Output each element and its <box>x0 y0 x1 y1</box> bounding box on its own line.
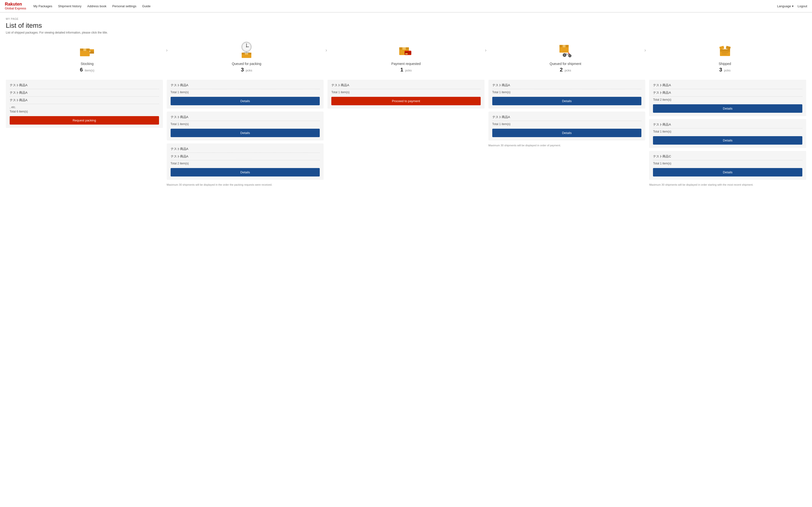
stocking-label: Stocking <box>81 62 94 66</box>
shipped-card-1: テスト商品A テスト商品A Total 2 item(s) Details <box>649 80 806 116</box>
svg-rect-21 <box>405 53 408 54</box>
column-shipped: テスト商品A テスト商品A Total 2 item(s) Details テス… <box>649 80 806 187</box>
shipment-1-details-button[interactable]: Details <box>492 97 642 105</box>
shipped-count-row: 3 pcks <box>719 67 730 73</box>
header: Rakuten Global Express My Packages Shipm… <box>0 0 812 12</box>
shipment-1-name: テスト商品A <box>492 83 642 89</box>
nav-personal-settings[interactable]: Personal settings <box>112 4 137 8</box>
proceed-to-payment-button[interactable]: Proceed to payment <box>331 97 481 105</box>
page-title: List of items <box>6 22 806 30</box>
column-queued-shipment: テスト商品A Total 1 item(s) Details テスト商品A To… <box>489 80 646 148</box>
language-label: Language <box>777 4 791 8</box>
stocking-count: 6 <box>80 67 83 73</box>
column-payment-requested: テスト商品A Total 1 item(s) Proceed to paymen… <box>327 80 485 112</box>
packing-footnote: Maximum 30 shipments will be displayed i… <box>167 183 324 187</box>
nav-shipment-history[interactable]: Shipment history <box>58 4 82 8</box>
stocking-etc: , etc. <box>10 106 159 109</box>
arrow-2: › <box>325 40 327 53</box>
nav-address-book[interactable]: Address book <box>87 4 107 8</box>
packing-2-details-button[interactable]: Details <box>170 129 320 137</box>
shipment-2-total: Total 1 item(s) <box>492 122 642 126</box>
svg-rect-5 <box>90 52 94 54</box>
logo-rakuten: Rakuten <box>5 2 26 7</box>
package-columns: テスト商品A テスト商品A テスト商品A , etc. Total 6 item… <box>6 80 806 187</box>
logo[interactable]: Rakuten Global Express <box>5 2 26 10</box>
stocking-card: テスト商品A テスト商品A テスト商品A , etc. Total 6 item… <box>6 80 163 128</box>
shipment-card-2: テスト商品A Total 1 item(s) Details <box>489 112 646 140</box>
stocking-item-1: テスト商品A <box>10 83 159 89</box>
svg-rect-32 <box>720 49 730 52</box>
packing-2-name: テスト商品A <box>170 115 320 121</box>
main-nav: My Packages Shipment history Address boo… <box>33 4 151 8</box>
shipped-unit: pcks <box>724 68 730 72</box>
shipped-icon <box>715 40 734 59</box>
arrow-3: › <box>485 40 487 53</box>
page-description: List of shipped packages. For viewing de… <box>6 31 806 34</box>
shipped-2-name: テスト商品A <box>653 122 802 128</box>
header-left: Rakuten Global Express My Packages Shipm… <box>5 2 151 10</box>
queued-shipment-label: Queued for shipment <box>550 62 581 66</box>
queued-packing-count: 3 <box>241 67 244 73</box>
shipment-2-details-button[interactable]: Details <box>492 129 642 137</box>
shipped-1-details-button[interactable]: Details <box>653 104 802 113</box>
packing-3-details-button[interactable]: Details <box>170 168 320 176</box>
header-right: Language ▾ Logout <box>777 4 807 8</box>
status-pipeline: Stocking 6 item(s) › <box>6 40 806 73</box>
svg-rect-33 <box>719 46 724 50</box>
shipped-2-total: Total 1 item(s) <box>653 130 802 133</box>
payment-icon <box>396 40 416 59</box>
packing-1-name: テスト商品A <box>170 83 320 89</box>
language-button[interactable]: Language ▾ <box>777 4 794 8</box>
nav-my-packages[interactable]: My Packages <box>33 4 52 8</box>
logo-sub: Global Express <box>5 7 26 10</box>
shipped-1-total: Total 2 item(s) <box>653 98 802 101</box>
column-stocking: テスト商品A テスト商品A テスト商品A , etc. Total 6 item… <box>6 80 163 131</box>
logout-button[interactable]: Logout <box>798 4 807 8</box>
shipped-3-name: テスト商品C <box>653 154 802 160</box>
queued-packing-unit: pcks <box>246 68 252 72</box>
stocking-unit: item(s) <box>85 68 95 72</box>
payment-1-name: テスト商品A <box>331 83 481 89</box>
shipped-1-name-2: テスト商品A <box>653 91 802 97</box>
svg-rect-15 <box>244 52 249 53</box>
pipeline-step-queued-shipment: Queued for shipment 2 pcks <box>487 40 644 73</box>
packing-2-total: Total 1 item(s) <box>170 122 320 126</box>
svg-rect-4 <box>90 51 94 52</box>
payment-card-1: テスト商品A Total 1 item(s) Proceed to paymen… <box>327 80 485 109</box>
queued-shipment-icon <box>556 40 575 59</box>
nav-guide[interactable]: Guide <box>142 4 151 8</box>
svg-point-27 <box>564 54 565 56</box>
queued-shipment-count-row: 2 pcks <box>560 67 571 73</box>
packing-1-details-button[interactable]: Details <box>170 97 320 105</box>
svg-rect-2 <box>83 49 86 51</box>
queued-packing-icon <box>237 40 256 59</box>
shipped-card-3: テスト商品C Total 1 item(s) Details <box>649 151 806 180</box>
page-content: MY PAGE List of items List of shipped pa… <box>0 12 812 192</box>
shipped-3-details-button[interactable]: Details <box>653 168 802 176</box>
packing-1-total: Total 1 item(s) <box>170 91 320 94</box>
payment-unit: pcks <box>405 68 412 72</box>
shipment-1-total: Total 1 item(s) <box>492 91 642 94</box>
shipped-count: 3 <box>719 67 722 73</box>
packing-card-1: テスト商品A Total 1 item(s) Details <box>167 80 324 109</box>
packing-3-name-1: テスト商品A <box>170 147 320 153</box>
payment-count: 1 <box>400 67 403 73</box>
packing-card-2: テスト商品A Total 1 item(s) Details <box>167 112 324 140</box>
pipeline-step-shipped: Shipped 3 pcks <box>646 40 804 73</box>
column-queued-packing: テスト商品A Total 1 item(s) Details テスト商品A To… <box>167 80 324 187</box>
shipment-2-name: テスト商品A <box>492 115 642 121</box>
svg-rect-3 <box>90 49 94 51</box>
breadcrumb: MY PAGE <box>6 17 806 20</box>
payment-count-row: 1 pcks <box>400 67 412 73</box>
packing-3-total: Total 2 item(s) <box>170 162 320 165</box>
svg-point-29 <box>569 55 570 56</box>
shipped-2-details-button[interactable]: Details <box>653 136 802 145</box>
stocking-item-2: テスト商品A <box>10 91 159 97</box>
pipeline-step-payment: Payment requested 1 pcks <box>327 40 485 73</box>
request-packing-button[interactable]: Request packing <box>10 116 159 125</box>
shipment-card-1: テスト商品A Total 1 item(s) Details <box>489 80 646 109</box>
packing-3-name-2: テスト商品A <box>170 154 320 160</box>
packing-card-3: テスト商品A テスト商品A Total 2 item(s) Details <box>167 144 324 180</box>
arrow-1: › <box>166 40 168 53</box>
svg-rect-24 <box>563 45 565 47</box>
